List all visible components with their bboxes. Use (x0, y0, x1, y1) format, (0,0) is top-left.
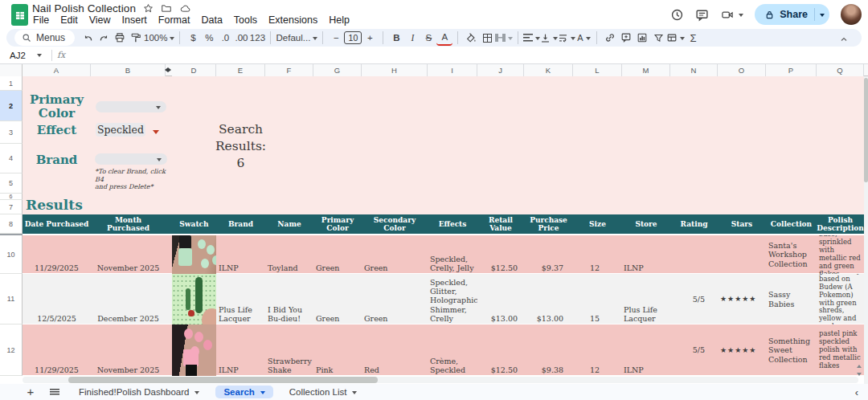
horizontal-scrollbar-thumb[interactable] (68, 377, 378, 383)
cell-date[interactable]: 11/29/2025 (23, 235, 91, 274)
header-stars[interactable]: Stars (718, 214, 766, 234)
column-header-h[interactable]: H (362, 64, 428, 76)
cell-rating[interactable]: 5/5 (670, 274, 718, 324)
add-sheet-button[interactable]: + (23, 385, 39, 399)
brand-label[interactable]: Brand (23, 153, 91, 167)
cell-name[interactable]: I Bid You Bu-dieu! (265, 274, 313, 324)
cell-name[interactable]: Toyland (265, 235, 313, 274)
menus-search-button[interactable]: Menus (14, 30, 75, 46)
cell-rating[interactable]: 5/5 (670, 324, 718, 376)
column-header-m[interactable]: M (622, 64, 670, 76)
format-percent-button[interactable]: % (201, 30, 217, 46)
effect-label[interactable]: Effect (23, 124, 91, 137)
cell-stars[interactable] (718, 235, 766, 274)
print-button[interactable] (112, 30, 128, 46)
table-views-button[interactable] (666, 30, 685, 46)
primary-color-dropdown[interactable] (96, 101, 166, 112)
comments-icon[interactable] (695, 8, 709, 22)
font-size-input[interactable]: 10 (344, 31, 362, 44)
menu-data[interactable]: Data (195, 14, 227, 27)
hidden-column-left-icon[interactable] (162, 67, 168, 72)
column-header-b[interactable]: B (91, 64, 166, 76)
swatch-image-strawberry-shake[interactable] (172, 324, 216, 376)
row-header-10[interactable]: 10 (0, 235, 23, 274)
header-polish-description[interactable]: Polish Description (817, 214, 864, 234)
header-primary-color[interactable]: Primary Color (313, 214, 362, 234)
version-history-icon[interactable] (670, 8, 684, 22)
scroll-down-icon[interactable] (857, 373, 862, 378)
swatch-image-toyland[interactable] (172, 235, 216, 274)
menu-tools[interactable]: Tools (228, 14, 263, 27)
cell-retail-value[interactable]: $12.50 (477, 324, 524, 376)
column-header-f[interactable]: F (265, 64, 313, 76)
column-header-g[interactable]: G (313, 64, 362, 76)
chevron-left-icon[interactable]: ‹ (855, 386, 858, 398)
cell-secondary-color[interactable]: Green (362, 274, 428, 324)
fill-color-button[interactable] (463, 30, 479, 46)
effect-caret-icon[interactable] (153, 130, 159, 137)
row-header-11[interactable]: 11 (0, 274, 23, 324)
cell-date[interactable]: 12/5/2025 (23, 274, 91, 324)
insert-chart-button[interactable] (634, 30, 650, 46)
cell-stars[interactable]: ★★★★★ (718, 274, 766, 324)
row-header-5[interactable]: 5 (0, 173, 23, 194)
cell-primary-color[interactable]: Green (313, 235, 362, 274)
name-box[interactable]: AJ2 (0, 51, 47, 60)
cell-effects[interactable]: Speckled, Glitter, Holographic, Shimmer,… (428, 274, 477, 324)
cell-effects[interactable]: Speckled, Crelly, Jelly (428, 235, 477, 274)
cell-month[interactable]: November 2025 (91, 324, 166, 376)
vertical-scrollbar-thumb[interactable] (864, 78, 868, 182)
row-header-7[interactable]: 7 (0, 200, 23, 214)
scroll-up-icon[interactable] (857, 362, 862, 368)
document-title[interactable]: Nail Polish Collection (32, 2, 136, 14)
text-color-button[interactable]: A (436, 30, 452, 46)
cell-brand[interactable]: ILNP (216, 324, 265, 376)
header-secondary-color[interactable]: Secondary Color (362, 214, 428, 234)
header-effects[interactable]: Effects (428, 214, 477, 234)
insert-link-button[interactable] (602, 30, 618, 46)
text-rotation-button[interactable]: A (575, 30, 592, 46)
cell-date[interactable]: 11/29/2025 (23, 324, 91, 376)
swatch-image-i-bid-you-bu-dieu[interactable] (172, 274, 216, 324)
cell-description[interactable]: pastel green crelly based on Budew (A Po… (817, 274, 864, 324)
cell-collection[interactable]: Sassy Babies (766, 274, 817, 324)
cell-collection[interactable]: Santa's Workshop Collection (766, 235, 817, 274)
cell-size[interactable]: 12 (573, 235, 622, 274)
cell-retail-value[interactable]: $12.50 (477, 235, 524, 274)
share-caret-icon[interactable] (820, 14, 825, 19)
menu-format[interactable]: Format (153, 14, 196, 27)
column-header-q[interactable]: Q (817, 64, 864, 76)
row-header-2-selected[interactable]: 2 (0, 91, 23, 121)
meet-camera-button[interactable] (720, 9, 743, 21)
header-swatch[interactable]: Swatch (172, 214, 216, 234)
bold-button[interactable]: B (388, 30, 404, 46)
redo-button[interactable] (96, 30, 112, 46)
account-avatar[interactable] (841, 4, 862, 25)
header-purchase-price[interactable]: Purchase Price (524, 214, 573, 234)
undo-button[interactable] (80, 30, 96, 46)
cell-month[interactable]: December 2025 (91, 274, 166, 324)
increase-font-size-button[interactable]: + (362, 30, 378, 46)
merge-cells-button[interactable] (495, 30, 513, 46)
menu-extensions[interactable]: Extensions (263, 14, 323, 27)
create-filter-button[interactable] (650, 30, 666, 46)
column-header-o[interactable]: O (718, 64, 766, 76)
cell-rating[interactable] (670, 235, 718, 274)
cell-primary-color[interactable]: Green (313, 274, 362, 324)
cell-description[interactable]: base, sprinkled with metallic red and gr… (817, 235, 864, 274)
cell-purchase-price[interactable]: $9.37 (524, 235, 573, 274)
cell-secondary-color[interactable]: Green (362, 235, 428, 274)
more-formats-button[interactable]: 123 (249, 30, 265, 46)
search-results-cell[interactable]: Search Results: 6 (203, 121, 279, 172)
header-store[interactable]: Store (622, 214, 670, 234)
cell-effects[interactable]: Crème, Speckled (428, 324, 477, 376)
functions-button[interactable]: Σ (685, 30, 701, 46)
zoom-select[interactable]: 100% (144, 30, 174, 46)
header-name[interactable]: Name (265, 214, 313, 234)
results-title[interactable]: Results (26, 197, 83, 213)
cloud-status-icon[interactable] (179, 3, 191, 14)
header-retail-value[interactable]: Retail Value (477, 214, 524, 234)
header-size[interactable]: Size (573, 214, 622, 234)
header-date-purchased[interactable]: Date Purchased (23, 214, 91, 234)
tab-finished-polish-dashboard[interactable]: Finished!Polish Dashboard (71, 386, 207, 398)
